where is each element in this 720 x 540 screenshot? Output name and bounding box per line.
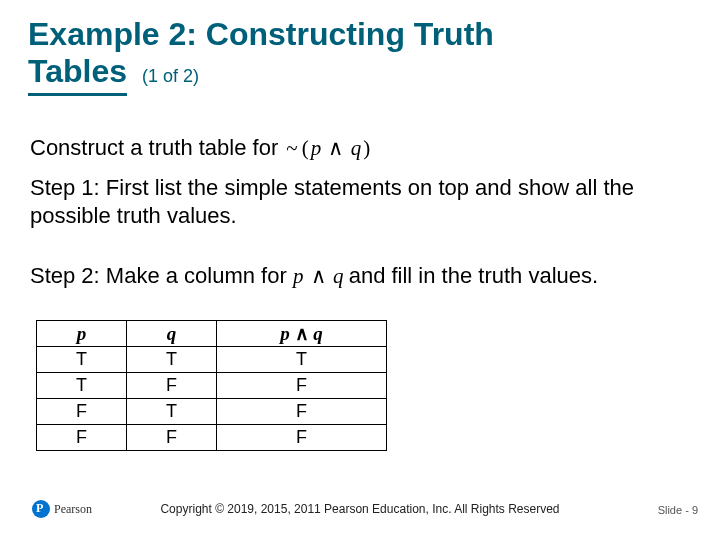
cell: F [37, 399, 127, 425]
col-header-q: q [127, 321, 217, 347]
step-1-text: Step 1: First list the simple statements… [30, 174, 690, 229]
instruction-line: Construct a truth table for ~(p ∧ q) [30, 134, 690, 162]
cell: F [217, 399, 387, 425]
step2-prefix: Step 2: Make a column for [30, 263, 293, 288]
copyright-text: Copyright © 2019, 2015, 2011 Pearson Edu… [0, 502, 720, 516]
slide: { "title": { "main_first": "Example 2: C… [0, 0, 720, 540]
slide-title-block: Example 2: Constructing Truth Tables (1 … [28, 16, 692, 90]
cell: T [37, 347, 127, 373]
cell: F [37, 425, 127, 451]
table-header-row: p q p ∧ q [37, 321, 387, 347]
step-2-text: Step 2: Make a column for p ∧ q and fill… [30, 262, 720, 290]
cell: F [127, 373, 217, 399]
step2-suffix: and fill in the truth values. [349, 263, 598, 288]
var-q: q [351, 136, 362, 160]
table-row: F T F [37, 399, 387, 425]
wedge-symbol: ∧ [326, 136, 345, 160]
truth-table: p q p ∧ q T T T T F F F T F F F F [36, 320, 387, 451]
title-subscript: (1 of 2) [136, 66, 199, 86]
close-paren: ) [361, 136, 372, 160]
slide-title: Example 2: Constructing Truth Tables (1 … [28, 16, 692, 90]
title-line1: Example 2: Constructing Truth [28, 16, 494, 52]
table-row: T F F [37, 373, 387, 399]
header-q: q [313, 323, 323, 344]
cell: T [217, 347, 387, 373]
cell: F [217, 373, 387, 399]
cell: T [127, 399, 217, 425]
cell: T [37, 373, 127, 399]
col-header-p: p [37, 321, 127, 347]
slide-number: Slide - 9 [658, 504, 698, 516]
cell: F [127, 425, 217, 451]
wedge-symbol-2: ∧ [309, 264, 328, 288]
title-underlined-word: Tables [28, 53, 127, 96]
col-header-p-and-q: p ∧ q [217, 321, 387, 347]
expression-1: ~(p ∧ q) [284, 136, 372, 160]
cell: T [127, 347, 217, 373]
header-p: p [280, 323, 290, 344]
expression-2: p ∧ q [293, 264, 349, 288]
open-paren: ( [300, 136, 311, 160]
cell: F [217, 425, 387, 451]
header-wedge: ∧ [295, 323, 309, 344]
table-row: F F F [37, 425, 387, 451]
table-row: T T T [37, 347, 387, 373]
tilde-symbol: ~ [284, 136, 299, 160]
var-q2: q [333, 264, 344, 288]
var-p2: p [293, 264, 304, 288]
var-p: p [311, 136, 322, 160]
instruction-prefix: Construct a truth table for [30, 135, 284, 160]
